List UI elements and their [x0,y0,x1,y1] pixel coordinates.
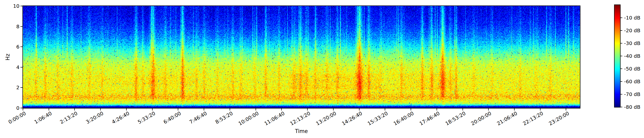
x-tick-label: 3:20:00 [85,110,104,125]
colorbar-canvas [614,5,620,107]
colorbar-tick-label: -80 dB [624,104,640,110]
colorbar [614,5,620,107]
x-tick-mark [178,108,178,110]
x-tick-mark [23,108,23,110]
x-tick-mark [230,108,230,110]
plot-area [22,6,580,108]
colorbar-tick-mark [620,30,622,31]
x-tick-label: 15:33:20 [367,110,389,127]
y-tick-label: 4 [4,64,20,70]
x-tick-mark [436,108,437,110]
colorbar-tick-label: -20 dB [624,28,640,34]
colorbar-tick-label: -60 dB [624,78,640,84]
x-tick-label: 0:00:00 [7,110,27,125]
y-tick-label: 2 [4,84,20,90]
colorbar-tick-mark [620,18,622,18]
colorbar-tick-mark [620,81,622,82]
x-tick-mark [126,108,127,110]
x-axis-label: Time [295,128,308,134]
spectrogram-canvas [23,6,580,108]
x-tick-mark [385,108,385,110]
x-tick-mark [411,108,411,110]
y-tick-mark [20,26,23,27]
x-tick-label: 11:06:40 [263,110,286,127]
y-tick-mark [20,6,23,6]
colorbar-tick-mark [620,94,622,94]
x-tick-label: 8:53:20 [214,110,234,125]
x-tick-label: 13:20:00 [315,110,337,127]
x-tick-mark [514,108,514,110]
y-tick-label: 6 [4,44,20,50]
y-tick-mark [20,47,23,47]
colorbar-tick-label: -50 dB [624,66,640,72]
x-tick-label: 14:26:40 [341,110,363,127]
y-tick-mark [20,108,23,108]
colorbar-tick-label: -10 dB [624,15,640,21]
y-axis-label: Hz [5,54,11,61]
x-tick-mark [540,108,540,110]
y-tick-mark [20,67,23,68]
x-tick-label: 17:46:40 [418,110,441,127]
x-tick-mark [307,108,308,110]
x-tick-label: 21:06:40 [496,110,518,127]
x-tick-mark [333,108,334,110]
spectrogram-figure: 0:00:001:06:402:13:203:20:004:26:405:33:… [0,0,644,138]
x-tick-label: 20:00:00 [470,110,492,127]
x-tick-label: 2:13:20 [59,110,79,125]
colorbar-tick-mark [620,107,622,107]
y-tick-mark [20,87,23,88]
colorbar-tick-mark [620,43,622,44]
x-tick-label: 5:33:20 [137,110,156,125]
colorbar-tick-mark [620,69,622,69]
x-tick-label: 4:26:40 [111,110,130,125]
x-tick-mark [281,108,282,110]
y-tick-label: 0 [4,105,20,111]
colorbar-tick-label: -30 dB [624,40,640,46]
x-tick-mark [74,108,75,110]
x-tick-mark [100,108,101,110]
x-tick-label: 18:53:20 [444,110,467,127]
x-tick-mark [204,108,204,110]
x-tick-mark [488,108,489,110]
x-tick-mark [566,108,566,110]
x-tick-mark [462,108,463,110]
x-tick-label: 6:40:00 [162,110,182,125]
y-tick-label: 8 [4,24,20,30]
x-tick-label: 1:06:40 [33,110,53,125]
y-tick-label: 10 [4,3,20,9]
x-tick-mark [256,108,256,110]
colorbar-tick-label: -40 dB [624,53,640,59]
x-tick-mark [152,108,152,110]
x-tick-label: 10:00:00 [237,110,260,127]
x-tick-label: 12:13:20 [289,110,312,127]
x-tick-mark [48,108,49,110]
x-tick-label: 7:46:40 [188,110,208,125]
x-tick-label: 23:20:00 [548,110,570,127]
colorbar-tick-mark [620,56,622,56]
colorbar-tick-label: -70 dB [624,91,640,97]
x-tick-label: 22:13:20 [522,110,544,127]
x-tick-mark [359,108,360,110]
x-tick-label: 16:40:00 [392,110,415,127]
